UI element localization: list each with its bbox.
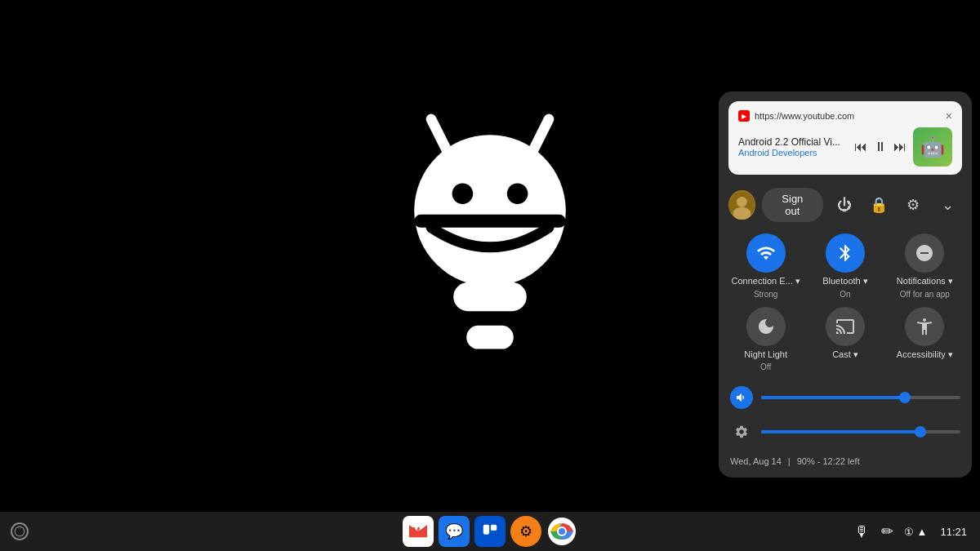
brightness-thumb	[915, 426, 926, 438]
settings-button[interactable]: ⚙	[898, 190, 928, 220]
tile-nightlight-label: Night Light	[744, 349, 787, 359]
footer-battery: 90% - 12:22 left	[797, 456, 860, 466]
svg-rect-7	[466, 325, 514, 349]
media-controls: ⏮ ⏸ ⏭	[854, 140, 906, 154]
svg-point-4	[507, 183, 528, 204]
tile-bluetooth-icon	[826, 233, 865, 273]
brightness-slider-row	[730, 420, 960, 443]
user-avatar[interactable]	[728, 190, 755, 220]
battery-network[interactable]: ① ▲	[904, 526, 928, 538]
lock-button[interactable]: 🔒	[864, 190, 893, 220]
taskbar: M 💬 ⚙	[0, 512, 980, 551]
mic-button[interactable]: 🎙	[852, 522, 871, 541]
tile-accessibility-label: Accessibility ▾	[897, 349, 953, 360]
svg-rect-6	[453, 282, 527, 311]
app-icon-chat[interactable]: 💬	[439, 516, 470, 547]
svg-point-3	[452, 183, 474, 204]
sign-out-button[interactable]: Sign out	[762, 188, 823, 222]
media-card: ▶ https://www.youtube.com × Android 2.2 …	[728, 101, 962, 175]
tile-bluetooth-sublabel: On	[840, 290, 850, 299]
footer-separator: |	[788, 456, 791, 466]
tile-accessibility-icon	[905, 307, 944, 346]
tile-cast[interactable]: Cast ▾	[809, 307, 880, 371]
power-button[interactable]: ⏻	[830, 190, 859, 220]
youtube-favicon: ▶	[738, 110, 750, 122]
tile-nightlight-icon	[746, 307, 786, 346]
tile-connection-icon	[746, 233, 786, 273]
media-url-bar: ▶ https://www.youtube.com ×	[738, 109, 952, 122]
taskbar-left	[7, 518, 33, 544]
media-info: Android 2.2 Official Vi... Android Devel…	[738, 127, 952, 167]
svg-point-2	[414, 135, 566, 287]
time-display[interactable]: 11:21	[933, 522, 973, 541]
media-rewind-button[interactable]: ⏮	[854, 140, 867, 154]
media-pause-button[interactable]: ⏸	[874, 140, 887, 154]
media-url: https://www.youtube.com	[755, 111, 854, 121]
volume-track[interactable]	[761, 396, 960, 399]
svg-rect-5	[414, 214, 566, 227]
qs-sliders	[719, 380, 972, 450]
taskbar-right: 🎙 ✏ ① ▲ 11:21	[852, 522, 973, 541]
brightness-track[interactable]	[761, 430, 960, 433]
app-icon-gmail[interactable]: M	[403, 516, 434, 547]
app-icon-settings[interactable]: ⚙	[510, 516, 541, 547]
pen-button[interactable]: ✏	[878, 522, 898, 541]
tile-notifications-sublabel: Off for an app	[900, 290, 950, 299]
tile-connection-label: Connection E... ▾	[732, 276, 800, 287]
media-close-button[interactable]: ×	[946, 109, 952, 122]
tile-notifications-icon	[905, 233, 944, 273]
media-artist: Android Developers	[738, 148, 854, 158]
wifi-indicator: ▲	[917, 526, 928, 538]
qs-header: Sign out ⏻ 🔒 ⚙ ⌄	[719, 181, 972, 229]
tile-cast-icon	[826, 307, 865, 346]
brightness-fill	[761, 430, 920, 433]
taskbar-center: M 💬 ⚙	[403, 516, 577, 547]
tile-bluetooth-label: Bluetooth ▾	[822, 276, 868, 287]
volume-icon[interactable]	[730, 386, 753, 409]
footer-date: Wed, Aug 14	[730, 456, 782, 466]
android-mascot	[359, 85, 621, 428]
expand-button[interactable]: ⌄	[933, 190, 962, 220]
launcher-button[interactable]	[7, 518, 33, 544]
svg-rect-14	[483, 525, 489, 535]
tile-notifications[interactable]: Notifications ▾ Off for an app	[889, 233, 960, 299]
tile-nightlight-sublabel: Off	[760, 362, 771, 371]
qs-footer: Wed, Aug 14 | 90% - 12:22 left	[719, 450, 972, 478]
quick-settings-panel: ▶ https://www.youtube.com × Android 2.2 …	[719, 91, 972, 478]
media-text: Android 2.2 Official Vi... Android Devel…	[738, 136, 854, 158]
media-thumbnail: 🤖	[913, 127, 952, 167]
brightness-icon[interactable]	[730, 420, 753, 443]
app-icon-trello[interactable]	[474, 516, 506, 547]
media-title: Android 2.2 Official Vi...	[738, 136, 854, 148]
tile-nightlight[interactable]: Night Light Off	[730, 307, 801, 371]
svg-point-11	[15, 527, 24, 536]
svg-point-9	[737, 197, 747, 207]
qs-tiles: Connection E... ▾ Strong Bluetooth ▾ On …	[719, 229, 972, 380]
media-forward-button[interactable]: ⏭	[893, 140, 906, 154]
tile-connection[interactable]: Connection E... ▾ Strong	[730, 233, 801, 299]
qs-header-icons: ⏻ 🔒 ⚙ ⌄	[830, 190, 962, 220]
launcher-circle	[11, 522, 29, 540]
tile-bluetooth[interactable]: Bluetooth ▾ On	[809, 233, 880, 299]
volume-thumb	[899, 392, 911, 403]
battery-indicator: ①	[904, 526, 914, 538]
volume-slider-row	[730, 386, 960, 409]
tile-notifications-label: Notifications ▾	[897, 276, 953, 287]
svg-text:M: M	[412, 527, 421, 535]
tile-cast-label: Cast ▾	[832, 349, 858, 360]
svg-rect-15	[491, 525, 497, 531]
svg-point-19	[559, 528, 565, 535]
volume-fill	[761, 396, 905, 399]
app-icon-chrome[interactable]	[546, 516, 577, 547]
tile-accessibility[interactable]: Accessibility ▾	[889, 307, 960, 371]
tile-connection-sublabel: Strong	[754, 290, 777, 299]
